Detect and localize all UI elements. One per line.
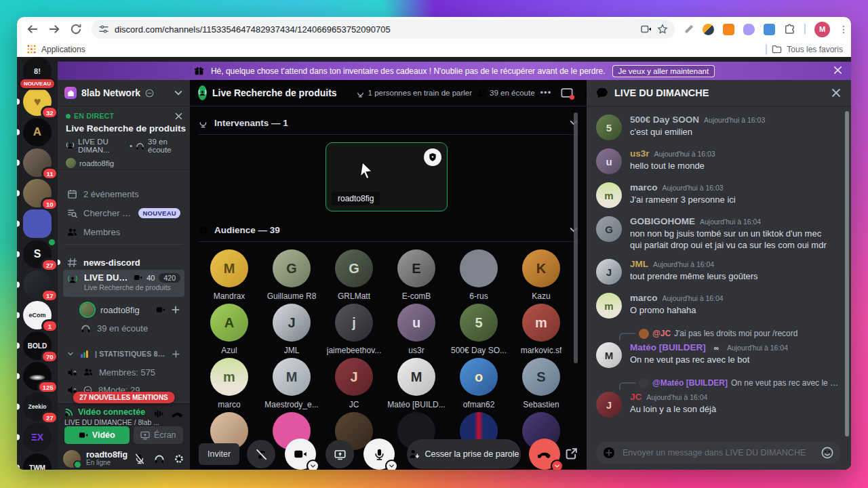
more-options-icon[interactable]: ••• xyxy=(540,87,552,98)
server-header[interactable]: 8lab Network xyxy=(58,80,190,106)
audience-avatar[interactable]: u xyxy=(397,304,435,342)
server-icon[interactable]: 11 xyxy=(17,148,58,177)
bookmark-star-icon[interactable] xyxy=(657,24,668,35)
category-statistiques[interactable]: | STATISTIQUES 8LAB xyxy=(63,345,184,363)
server-avatar[interactable] xyxy=(23,209,52,238)
camera-options-chevron[interactable] xyxy=(308,461,318,470)
audience-member[interactable]: m markovic.sf xyxy=(510,304,572,358)
server-icon[interactable]: 125 xyxy=(17,362,58,390)
audience-member[interactable]: S Sebastien xyxy=(510,358,572,412)
microphone-button[interactable] xyxy=(363,439,395,470)
server-icon[interactable]: TWM NOUVEAU xyxy=(17,453,58,470)
audience-avatar[interactable]: J xyxy=(335,358,373,396)
camera-button[interactable] xyxy=(285,439,316,470)
metamask-extension-icon[interactable] xyxy=(723,24,734,35)
apps-grid-icon[interactable] xyxy=(26,44,37,54)
user-avatar[interactable] xyxy=(63,450,81,468)
disconnect-icon[interactable] xyxy=(172,409,183,420)
channel-news-discord[interactable]: news-discord xyxy=(63,253,184,271)
server-icon[interactable]: BOLD 70 xyxy=(17,331,58,360)
audience-avatar[interactable]: M xyxy=(210,249,248,287)
audience-avatar[interactable]: M xyxy=(397,358,435,396)
server-icon[interactable]: ΞX xyxy=(17,423,58,451)
reload-icon[interactable] xyxy=(70,23,82,35)
message-avatar[interactable]: J xyxy=(596,392,622,418)
emoji-picker-icon[interactable] xyxy=(821,447,833,459)
extensions-puzzle-icon[interactable] xyxy=(784,24,795,35)
server-dropdown-icon[interactable] xyxy=(174,88,183,98)
disconnect-call-button[interactable] xyxy=(529,439,560,470)
chat-messages[interactable]: 5 500€ Day SOON Aujourd'hui à 16:03 c'es… xyxy=(587,106,844,444)
add-user-icon[interactable] xyxy=(171,305,180,314)
stop-speaking-button[interactable]: Cesser la prise de parole xyxy=(407,439,521,469)
audience-avatar[interactable]: G xyxy=(335,249,373,287)
audience-avatar[interactable]: 5 xyxy=(460,304,498,342)
audience-member[interactable]: G GRLMatt xyxy=(323,249,385,304)
audience-avatar[interactable]: o xyxy=(460,358,498,396)
chrome-menu-icon[interactable]: ⋮ xyxy=(839,24,848,35)
add-channel-icon[interactable] xyxy=(172,350,180,359)
attach-plus-icon[interactable] xyxy=(603,447,615,459)
audience-member[interactable]: 6-rus xyxy=(448,249,510,304)
audience-member[interactable]: M Mandrax xyxy=(198,249,260,304)
server-icon[interactable]: 10 xyxy=(17,179,58,207)
user-video-icon[interactable] xyxy=(156,305,165,314)
phantom-extension-icon[interactable] xyxy=(743,24,755,35)
audience-member[interactable]: K Kazu xyxy=(510,249,572,304)
message-author[interactable]: marco xyxy=(630,293,658,303)
new-mentions-pill[interactable]: 27 NOUVELLES MENTIONS xyxy=(73,392,175,403)
audience-member[interactable]: m marco xyxy=(198,358,260,412)
message-avatar[interactable]: G xyxy=(596,216,622,242)
message-author[interactable]: 500€ Day SOON xyxy=(630,115,699,125)
audience-member[interactable]: A Azul xyxy=(198,304,260,358)
banner-close-icon[interactable] xyxy=(833,65,843,75)
screenshare-button[interactable] xyxy=(326,440,354,468)
message-avatar[interactable]: 5 xyxy=(596,115,622,140)
fullscreen-icon[interactable] xyxy=(565,447,578,460)
reply-mention[interactable]: @Matéo [BUILDER] xyxy=(652,378,728,388)
mic-options-chevron[interactable] xyxy=(387,461,397,470)
server-icon[interactable]: A xyxy=(17,118,58,146)
downloader-extension-icon[interactable] xyxy=(764,24,775,35)
chat-scrollbar[interactable] xyxy=(845,111,849,436)
sidebar-item-members[interactable]: Membres xyxy=(63,223,184,241)
audience-avatar[interactable]: M xyxy=(273,358,311,396)
reply-mention[interactable]: @JC xyxy=(652,329,671,338)
chat-message[interactable]: m marco Aujourd'hui à 16:03 J'ai rameenr… xyxy=(596,182,840,208)
banner-cta-button[interactable]: Je veux y aller maintenant xyxy=(612,65,715,77)
audience-member[interactable]: j jaimebeethov... xyxy=(323,304,385,358)
audience-member[interactable]: u us3r xyxy=(385,304,448,358)
chat-message[interactable]: @Matéo [BUILDER] On ne veut pas rec avec… xyxy=(596,376,840,418)
audience-avatar[interactable]: m xyxy=(522,304,560,342)
audience-member[interactable]: o ofman62 xyxy=(448,358,510,412)
chat-message[interactable]: m marco Aujourd'hui à 16:04 O promo haha… xyxy=(596,293,840,319)
chat-message[interactable]: G GOBIGOHOME Aujourd'hui à 16:04 non non… xyxy=(596,216,840,251)
audience-section-header[interactable]: Audience — 39 xyxy=(198,222,578,237)
message-avatar[interactable]: m xyxy=(596,182,622,208)
all-bookmarks-label[interactable]: Tous les favoris xyxy=(787,45,843,54)
reply-context[interactable]: @JC J'ai pas les droits moi pour /record xyxy=(619,327,840,340)
screen-share-button[interactable]: Écran xyxy=(134,426,183,444)
server-icon[interactable]: S 27 xyxy=(17,240,58,268)
site-info-icon[interactable] xyxy=(98,24,109,35)
audience-avatar[interactable]: A xyxy=(210,304,248,342)
audience-member[interactable]: 5 500€ Day SO... xyxy=(448,304,510,358)
message-author[interactable]: marco xyxy=(630,182,658,192)
tab-camera-icon[interactable] xyxy=(641,24,652,35)
live-card-close-icon[interactable] xyxy=(174,112,183,121)
soundboard-muted-button[interactable] xyxy=(247,440,275,468)
chat-message[interactable]: J JML Aujourd'hui à 16:04 tout prendre m… xyxy=(596,259,840,285)
chat-message[interactable]: u us3r Aujourd'hui à 16:03 hello tout le… xyxy=(596,148,840,174)
sidebar-item-events[interactable]: 2 événements xyxy=(63,185,184,203)
sidebar-item-browse[interactable]: Chercher des ... NOUVEAU xyxy=(63,204,184,222)
message-avatar[interactable]: J xyxy=(596,259,622,285)
live-event-card[interactable]: EN DIRECT Live Recherche de produits LIV… xyxy=(58,106,190,170)
channel-live-du-dimanche[interactable]: LIVE DU DIM... 40 420 Live Recherche de … xyxy=(63,270,184,297)
chat-message[interactable]: 5 500€ Day SOON Aujourd'hui à 16:03 c'es… xyxy=(596,115,840,140)
message-author[interactable]: JC xyxy=(630,392,642,402)
noise-suppression-icon[interactable] xyxy=(154,409,164,419)
audience-member[interactable]: E E-comB xyxy=(385,249,448,304)
audience-member[interactable]: M Matéo [BUILD... xyxy=(385,358,448,412)
video-button[interactable]: Vidéo xyxy=(64,426,130,444)
disconnect-options-chevron[interactable] xyxy=(552,461,562,470)
